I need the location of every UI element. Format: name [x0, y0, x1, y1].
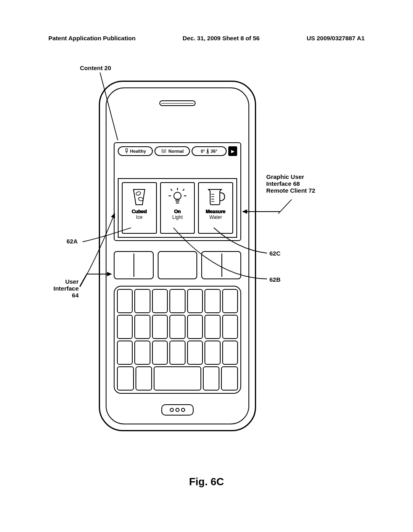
status-pill-normal[interactable]: Normal — [154, 146, 190, 156]
annotation-ui-line1: User — [46, 278, 79, 285]
key[interactable] — [222, 315, 238, 339]
svg-point-3 — [138, 197, 144, 202]
status-pill-healthy-label: Healthy — [130, 149, 146, 154]
key[interactable] — [222, 289, 238, 313]
status-pill-temp[interactable]: 0° 36° — [192, 146, 227, 156]
next-arrow-icon: ▶ — [231, 149, 234, 154]
key[interactable] — [117, 366, 134, 391]
keyboard-row — [117, 315, 238, 339]
figure-caption: Fig. 6C — [0, 476, 413, 488]
bottom-button[interactable] — [161, 404, 194, 416]
annotation-gui-line2: Interface 68 — [266, 180, 315, 187]
softkey-row — [114, 251, 241, 279]
key[interactable] — [169, 315, 185, 339]
key[interactable] — [136, 366, 152, 391]
ref-62A: 62A — [67, 238, 78, 245]
key[interactable] — [221, 366, 238, 391]
option-light[interactable]: On Light — [160, 182, 195, 234]
key[interactable] — [169, 289, 185, 313]
key[interactable] — [134, 289, 150, 313]
measuring-cup-icon — [204, 185, 227, 208]
header-left: Patent Application Publication — [48, 35, 136, 42]
softkey-center[interactable] — [158, 251, 198, 279]
option-row: Cubed Ice — [118, 178, 237, 238]
annotation-gui-line3: Remote Client 72 — [266, 187, 315, 194]
status-row: Healthy Normal 0° 36° ▶ — [118, 146, 237, 156]
dot-icon — [181, 408, 185, 412]
key[interactable] — [203, 366, 220, 391]
keyboard-row — [117, 366, 238, 391]
header-center: Dec. 31, 2009 Sheet 8 of 56 — [183, 35, 260, 42]
page-header: Patent Application Publication Dec. 31, … — [0, 35, 413, 42]
keyboard — [114, 286, 241, 394]
key[interactable] — [204, 289, 220, 313]
key[interactable] — [187, 341, 203, 365]
keyboard-row — [117, 341, 238, 365]
softkey-right[interactable] — [201, 251, 241, 279]
option-light-title: On — [174, 209, 181, 214]
key[interactable] — [117, 315, 133, 339]
option-measure-water-sub: Water — [209, 214, 222, 220]
option-light-sub: Light — [172, 214, 183, 220]
key[interactable] — [152, 341, 168, 365]
status-pill-temp-left: 0° — [201, 149, 205, 154]
key[interactable] — [117, 289, 133, 313]
diagram-stage: Healthy Normal 0° 36° ▶ — [0, 64, 413, 468]
phone-outline: Healthy Normal 0° 36° ▶ — [99, 81, 256, 431]
key[interactable] — [117, 341, 133, 365]
annotation-ui-line2: Interface — [46, 285, 79, 292]
key[interactable] — [187, 315, 203, 339]
next-button[interactable]: ▶ — [228, 146, 237, 156]
screen-gui: Healthy Normal 0° 36° ▶ — [114, 142, 241, 241]
key[interactable] — [187, 289, 203, 313]
option-measure-water[interactable]: Measure Water — [198, 182, 233, 234]
ref-62B: 62B — [269, 276, 281, 283]
option-cubed-ice-title: Cubed — [132, 209, 147, 214]
waves-icon — [161, 149, 167, 153]
option-cubed-ice-sub: Ice — [136, 214, 142, 220]
key[interactable] — [222, 341, 238, 365]
annotation-user-interface: User Interface 64 — [46, 278, 79, 299]
annotation-ui-line3: 64 — [46, 292, 79, 299]
thermometer-icon — [206, 148, 209, 154]
option-measure-water-title: Measure — [206, 209, 225, 214]
lightbulb-icon — [166, 185, 189, 208]
status-pill-normal-label: Normal — [169, 149, 184, 154]
key[interactable] — [134, 341, 150, 365]
key[interactable] — [134, 315, 150, 339]
softkey-left[interactable] — [114, 251, 154, 279]
svg-line-9 — [183, 189, 184, 191]
svg-point-4 — [174, 192, 181, 200]
svg-line-8 — [171, 189, 172, 191]
status-pill-temp-right: 36° — [211, 149, 217, 154]
annotation-gui-line1: Graphic User — [266, 173, 315, 180]
key[interactable] — [169, 341, 185, 365]
key[interactable] — [204, 341, 220, 365]
annotation-gui: Graphic User Interface 68 Remote Client … — [266, 173, 315, 194]
key[interactable] — [152, 315, 168, 339]
dot-icon — [170, 408, 174, 412]
dot-icon — [175, 408, 179, 412]
header-right: US 2009/0327887 A1 — [307, 35, 365, 42]
earpiece — [159, 100, 196, 106]
filter-icon — [125, 148, 129, 154]
svg-point-2 — [136, 191, 141, 196]
annotation-content: Content 20 — [80, 64, 111, 71]
key[interactable] — [204, 315, 220, 339]
ref-62C: 62C — [269, 250, 281, 257]
spacebar-key[interactable] — [154, 366, 201, 391]
keyboard-row — [117, 289, 238, 313]
option-cubed-ice[interactable]: Cubed Ice — [122, 182, 157, 234]
key[interactable] — [152, 289, 168, 313]
ice-glass-icon — [128, 185, 150, 208]
status-pill-healthy[interactable]: Healthy — [118, 146, 153, 156]
